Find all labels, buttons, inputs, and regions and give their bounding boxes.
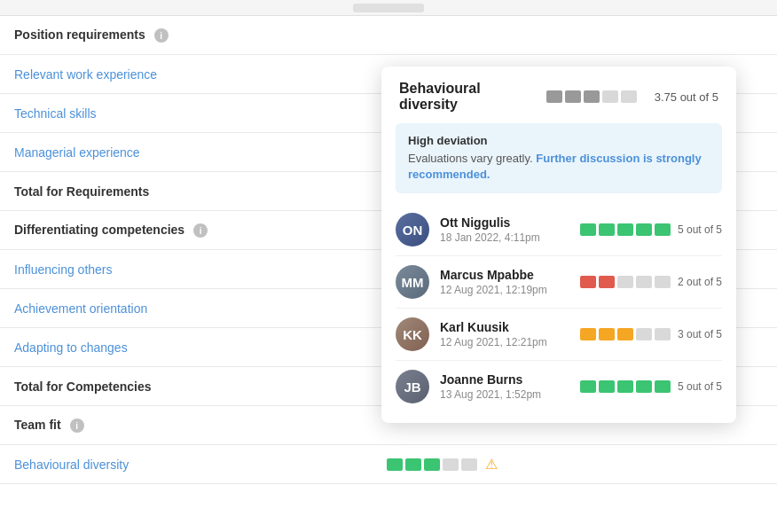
total-label: Total for Competencies (0, 371, 373, 403)
reviewer-date: 12 Aug 2021, 12:21pm (440, 336, 569, 348)
popup-alert-text: Evaluations vary greatly. Further discus… (408, 151, 710, 183)
score-block (636, 380, 652, 393)
score-bar: ⚠ (387, 456, 763, 473)
alert-text-normal: Evaluations vary greatly. (408, 152, 533, 165)
score-block (621, 90, 637, 103)
score-block (599, 223, 615, 236)
popup-header: Behavioural diversity 3.75 out of 5 (381, 66, 736, 123)
section-label: Position requirements i (0, 19, 373, 52)
score-block (636, 223, 652, 236)
score-block (617, 223, 633, 236)
score-block (387, 458, 403, 471)
item-link[interactable]: Managerial experience (14, 145, 140, 160)
reviewer-info: Ott Niggulis 18 Jan 2022, 4:11pm (440, 215, 569, 244)
score-block (655, 223, 671, 236)
item-link[interactable]: Influencing others (14, 262, 113, 277)
reviewer-row: ON Ott Niggulis 18 Jan 2022, 4:11pm 5 ou… (396, 204, 722, 256)
total-label: Total for Requirements (0, 176, 373, 207)
score-block (599, 328, 615, 340)
reviewer-row: JB Joanne Burns 13 Aug 2021, 1:52pm 5 ou… (396, 361, 722, 412)
score-block (602, 90, 618, 103)
score-block (584, 90, 600, 103)
score-block (546, 90, 562, 103)
score-bar (580, 328, 671, 340)
score-block (617, 276, 633, 288)
reviewer-row: KK Karl Kuusik 12 Aug 2021, 12:21pm 3 ou… (396, 309, 722, 361)
popup-alert: High deviation Evaluations vary greatly.… (396, 123, 722, 193)
score-block (443, 458, 459, 471)
table-row: Position requirements i (0, 16, 777, 55)
popup-card: Behavioural diversity 3.75 out of 5 High… (381, 66, 736, 423)
reviewer-score-text: 3 out of 5 (678, 328, 722, 340)
reviewer-info: Marcus Mpabbe 12 Aug 2021, 12:19pm (440, 268, 569, 296)
popup-title: Behavioural diversity (399, 81, 536, 113)
reviewer-date: 18 Jan 2022, 4:11pm (440, 231, 569, 244)
score-block (655, 328, 671, 340)
section-label: Team fit i (0, 409, 373, 442)
item-link[interactable]: Technical skills (14, 106, 97, 121)
reviewer-score-text: 5 out of 5 (678, 223, 722, 236)
total-title: Total for Requirements (14, 184, 149, 199)
reviewer-score: 5 out of 5 (580, 223, 722, 236)
page-wrapper: Position requirements i Relevant work ex… (0, 0, 777, 532)
reviewer-name: Karl Kuusik (440, 320, 569, 334)
info-icon[interactable]: i (70, 419, 84, 433)
section-score (373, 27, 777, 44)
reviewer-name: Joanne Burns (440, 372, 569, 387)
score-block (599, 380, 615, 393)
avatar: JB (396, 370, 429, 403)
section-title: Position requirements (14, 27, 145, 42)
score-block (405, 458, 421, 471)
item-link[interactable]: Achievement orientation (14, 301, 147, 316)
score-block (655, 380, 671, 393)
item-label: Achievement orientation (0, 293, 373, 325)
reviewer-score: 5 out of 5 (580, 380, 722, 393)
score-bar (580, 276, 671, 288)
score-block (461, 458, 477, 471)
reviewer-name: Ott Niggulis (440, 215, 569, 230)
score-block (580, 223, 596, 236)
reviewer-score-text: 5 out of 5 (678, 380, 722, 393)
reviewer-score: 2 out of 5 (580, 276, 722, 288)
scroll-button (353, 4, 424, 12)
total-title: Total for Competencies (14, 379, 152, 394)
item-label: Managerial experience (0, 137, 373, 168)
score-block (636, 328, 652, 340)
popup-score-bars (546, 90, 637, 103)
avatar: MM (396, 265, 429, 299)
score-block (580, 276, 596, 288)
reviewer-score-text: 2 out of 5 (678, 276, 722, 288)
item-score: ⚠ (373, 447, 777, 481)
top-bar (0, 0, 777, 16)
info-icon[interactable]: i (193, 223, 208, 238)
item-label: Influencing others (0, 254, 373, 286)
score-block (636, 276, 652, 288)
avatar: KK (396, 317, 429, 351)
score-block (580, 328, 596, 340)
item-label: Relevant work experience (0, 59, 373, 90)
score-block (580, 380, 596, 393)
popup-score-text: 3.75 out of 5 (655, 90, 718, 104)
reviewer-date: 12 Aug 2021, 12:19pm (440, 284, 569, 296)
reviewer-info: Karl Kuusik 12 Aug 2021, 12:21pm (440, 320, 569, 348)
reviewer-list: ON Ott Niggulis 18 Jan 2022, 4:11pm 5 ou… (381, 204, 736, 412)
item-link[interactable]: Relevant work experience (14, 67, 157, 82)
item-link[interactable]: Behavioural diversity (14, 458, 129, 472)
score-block (599, 276, 615, 288)
score-block (424, 458, 440, 471)
score-bar (580, 380, 671, 393)
score-block (617, 380, 633, 393)
popup-alert-title: High deviation (408, 134, 710, 147)
item-link[interactable]: Adapting to changes (14, 340, 128, 355)
reviewer-name: Marcus Mpabbe (440, 268, 569, 282)
item-label: Behavioural diversity (0, 449, 373, 481)
score-bar (580, 223, 671, 236)
table-row: Behavioural diversity ⚠ (0, 445, 777, 484)
item-label: Adapting to changes (0, 332, 373, 364)
info-icon[interactable]: i (154, 28, 169, 43)
score-block (565, 90, 581, 103)
section-label: Differentiating competencies i (0, 214, 373, 247)
avatar: ON (396, 213, 429, 246)
reviewer-date: 13 Aug 2021, 1:52pm (440, 388, 569, 401)
score-block (617, 328, 633, 340)
